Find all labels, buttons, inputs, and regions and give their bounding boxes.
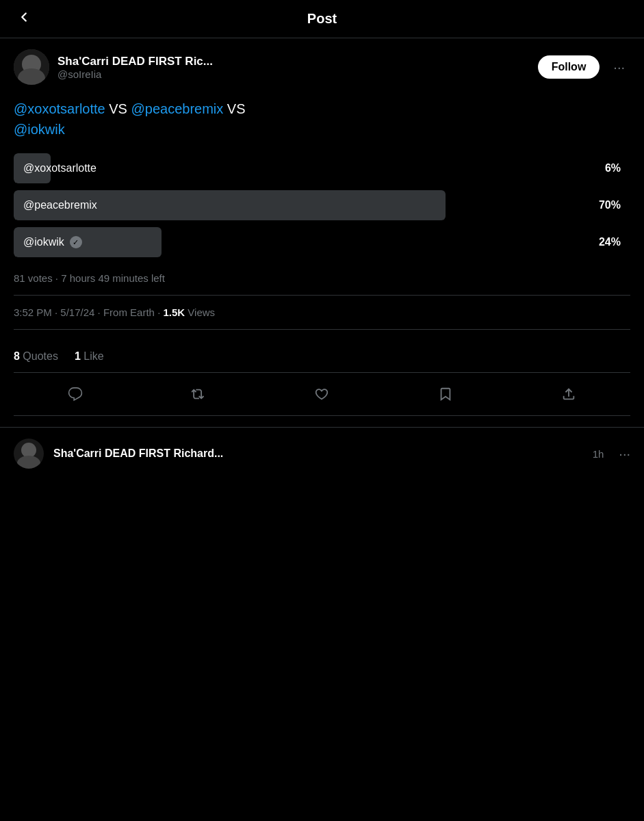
user-row: Sha'Carri DEAD FIRST Ric... @soIreIia Fo… (14, 49, 630, 85)
likes-count-item[interactable]: 1 Like (75, 350, 104, 363)
verified-badge: ✓ (70, 236, 82, 248)
post-container: Sha'Carri DEAD FIRST Ric... @soIreIia Fo… (0, 38, 644, 428)
bookmark-button[interactable] (433, 381, 459, 407)
likes-label-text: Like (83, 350, 103, 362)
heart-icon (314, 387, 329, 402)
share-button[interactable] (556, 381, 582, 407)
poll-option-2-percent: 70% (589, 192, 630, 218)
retweet-button[interactable] (185, 381, 211, 407)
page-title: Post (307, 11, 337, 27)
mention-3[interactable]: @iokwik (14, 122, 65, 137)
poll-container: @xoxotsarlotte 6% @peacebremix 70% @iokw… (14, 153, 630, 284)
quotes-number: 8 (14, 350, 20, 362)
post-text: @xoxotsarlotte VS @peacebremix VS @iokwi… (14, 99, 630, 140)
action-bar (14, 373, 630, 416)
avatar[interactable] (14, 49, 49, 85)
vs-text-2: VS (223, 101, 245, 116)
like-button[interactable] (309, 381, 335, 407)
vs-text-1: VS (105, 101, 131, 116)
display-name: Sha'Carri DEAD FIRST Ric... (57, 55, 530, 68)
views-label-text: Views (188, 307, 215, 318)
poll-option-1-percent: 6% (595, 155, 630, 181)
username: @soIreIia (57, 68, 530, 80)
more-options-button[interactable]: ··· (608, 57, 630, 78)
post-timestamp: 3:52 PM · 5/17/24 (14, 307, 94, 318)
retweet-icon (191, 387, 206, 402)
likes-number: 1 (75, 350, 81, 362)
header: Post (0, 0, 644, 38)
quotes-count-item[interactable]: 8 Quotes (14, 350, 58, 363)
user-info: Sha'Carri DEAD FIRST Ric... @soIreIia (57, 55, 530, 80)
share-icon (561, 387, 576, 402)
poll-option-1-label: @xoxotsarlotte (14, 155, 106, 181)
reply-info: Sha'Carri DEAD FIRST Richard... (53, 447, 583, 460)
engagement-row: 8 Quotes 1 Like (14, 341, 630, 373)
reply-icon (68, 387, 83, 402)
reply-button[interactable] (62, 381, 88, 407)
post-metadata: 3:52 PM · 5/17/24 · From Earth · 1.5K Vi… (14, 295, 630, 330)
bookmark-icon (438, 387, 453, 402)
mention-1[interactable]: @xoxotsarlotte (14, 101, 105, 116)
views-count: 1.5K (163, 307, 185, 318)
poll-option-1[interactable]: @xoxotsarlotte 6% (14, 153, 630, 183)
poll-option-3[interactable]: @iokwik ✓ 24% (14, 227, 630, 257)
source-separator: · (98, 307, 103, 318)
poll-option-3-label: @iokwik ✓ (14, 229, 92, 255)
reply-avatar (14, 439, 44, 469)
back-button[interactable] (14, 7, 34, 31)
reply-more-button[interactable]: ··· (619, 446, 630, 462)
follow-button[interactable]: Follow (538, 55, 600, 79)
reply-preview[interactable]: Sha'Carri DEAD FIRST Richard... 1h ··· (0, 428, 644, 480)
reply-time: 1h (593, 448, 604, 460)
poll-meta: 81 votes · 7 hours 49 minutes left (14, 272, 630, 284)
quotes-label: Quotes (23, 350, 58, 362)
reply-name: Sha'Carri DEAD FIRST Richard... (53, 447, 223, 459)
mention-2[interactable]: @peacebremix (131, 101, 224, 116)
post-source: From Earth (103, 307, 155, 318)
poll-option-3-percent: 24% (589, 229, 630, 255)
poll-option-2-label: @peacebremix (14, 192, 107, 218)
poll-option-2[interactable]: @peacebremix 70% (14, 190, 630, 220)
